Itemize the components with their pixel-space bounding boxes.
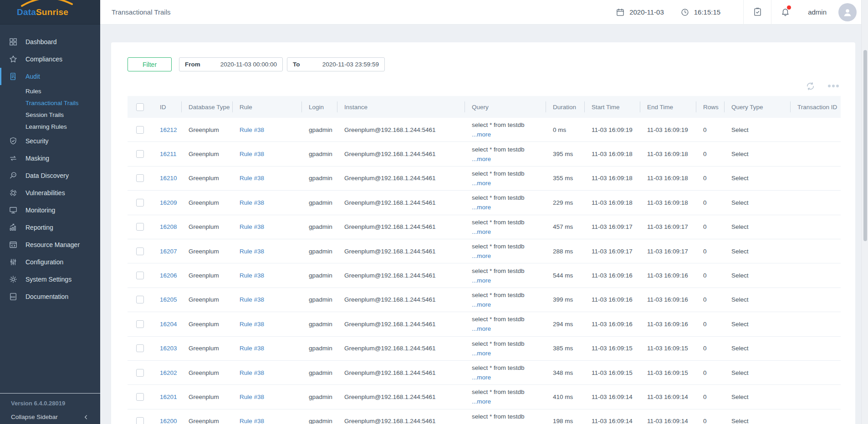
trail-id-link[interactable]: 16209 [160, 199, 177, 206]
trail-id-link[interactable]: 16206 [160, 272, 177, 279]
query-more-link[interactable]: ...more [472, 349, 491, 357]
column-header-transaction-id[interactable]: Transaction ID [790, 96, 841, 118]
tasks-button[interactable] [744, 0, 771, 25]
sidebar-item-documentation[interactable]: DOC Documentation [0, 288, 100, 305]
query-more-link[interactable]: ...more [472, 252, 491, 260]
sidebar-item-monitoring[interactable]: Monitoring [0, 202, 100, 219]
rule-link[interactable]: Rule #38 [240, 272, 264, 279]
trail-id-link[interactable]: 16204 [160, 321, 177, 328]
select-all-checkbox[interactable] [136, 103, 144, 111]
column-header-end-time[interactable]: End Time [640, 96, 696, 118]
column-header-rows[interactable]: Rows [696, 96, 724, 118]
rule-link[interactable]: Rule #38 [240, 223, 264, 230]
sidebar-item-dashboard[interactable]: Dashboard [0, 33, 100, 50]
row-checkbox[interactable] [136, 174, 144, 182]
more-actions-button[interactable] [827, 84, 840, 88]
rule-link[interactable]: Rule #38 [240, 175, 264, 182]
sidebar-item-security[interactable]: Security [0, 132, 100, 150]
rule-link[interactable]: Rule #38 [240, 321, 264, 328]
query-more-link[interactable]: ...more [472, 398, 491, 405]
row-checkbox[interactable] [136, 199, 144, 207]
sidebar-item-compliances[interactable]: Compliances [0, 50, 100, 68]
sidebar-item-reporting[interactable]: Reporting [0, 219, 100, 236]
trail-id-link[interactable]: 16212 [160, 126, 177, 133]
row-checkbox[interactable] [136, 369, 144, 377]
trail-id-link[interactable]: 16202 [160, 369, 177, 376]
query-more-link[interactable]: ...more [472, 131, 491, 138]
brand-logo[interactable]: DataSunrise [0, 0, 100, 25]
sidebar-item-transactional-trails[interactable]: Transactional Trails [0, 97, 100, 109]
sidebar-item-masking[interactable]: Masking [0, 150, 100, 167]
query-more-link[interactable]: ...more [472, 301, 491, 308]
rows-cell: 0 [696, 167, 724, 190]
column-header-database-type[interactable]: Database Type [181, 96, 232, 118]
row-checkbox[interactable] [136, 272, 144, 279]
row-checkbox[interactable] [136, 223, 144, 231]
trail-id-link[interactable]: 16201 [160, 394, 177, 400]
trail-id-link[interactable]: 16208 [160, 223, 177, 230]
rule-link[interactable]: Rule #38 [240, 248, 264, 255]
row-checkbox[interactable] [136, 247, 144, 255]
sidebar-item-vulnerabilities[interactable]: Vulnerabilities [0, 184, 100, 202]
rule-link[interactable]: Rule #38 [240, 126, 264, 133]
trail-id-link[interactable]: 16207 [160, 248, 177, 255]
shield-check-icon [8, 136, 18, 146]
sidebar-item-rules[interactable]: Rules [0, 85, 100, 97]
refresh-button[interactable] [805, 81, 816, 92]
column-header-query[interactable]: Query [465, 96, 546, 118]
query-cell: select * from testdb ...more [465, 263, 546, 287]
column-header-rule[interactable]: Rule [232, 96, 301, 118]
filter-button[interactable]: Filter [128, 57, 172, 71]
sidebar-item-resource-manager[interactable]: Resource Manager [0, 236, 100, 253]
column-header-instance[interactable]: Instance [337, 96, 465, 118]
row-checkbox[interactable] [136, 344, 144, 352]
rule-link[interactable]: Rule #38 [240, 394, 264, 400]
avatar[interactable] [838, 3, 857, 21]
scrollbar-thumb[interactable] [863, 50, 867, 241]
trail-id-link[interactable]: 16203 [160, 345, 177, 352]
rule-link[interactable]: Rule #38 [240, 345, 264, 352]
row-checkbox[interactable] [136, 320, 144, 328]
query-more-link[interactable]: ...more [472, 179, 491, 187]
query-more-link[interactable]: ...more [472, 325, 491, 333]
trail-id-link[interactable]: 16200 [160, 418, 177, 424]
row-checkbox[interactable] [136, 417, 144, 424]
rule-link[interactable]: Rule #38 [240, 151, 264, 157]
start-time-cell: 11-03 16:09:17 [584, 215, 640, 239]
sidebar-item-configuration[interactable]: Configuration [0, 253, 100, 271]
sidebar-item-data-discovery[interactable]: Data Discovery [0, 167, 100, 184]
sidebar-item-learning-rules[interactable]: Learning Rules [0, 121, 100, 132]
trail-id-link[interactable]: 16211 [160, 151, 177, 157]
collapse-sidebar-button[interactable]: Collapse Sidebar [11, 414, 89, 420]
rule-link[interactable]: Rule #38 [240, 369, 264, 376]
sidebar-item-audit[interactable]: Audit [0, 68, 100, 85]
query-more-link[interactable]: ...more [472, 277, 491, 284]
from-datetime-field[interactable]: From 2020-11-03 00:00:00 [179, 57, 283, 71]
row-checkbox[interactable] [136, 126, 144, 134]
user-menu[interactable]: admin [808, 3, 857, 21]
query-more-link[interactable]: ...more [472, 155, 491, 163]
query-more-link[interactable]: ...more [472, 228, 491, 236]
query-more-link[interactable]: ...more [472, 422, 491, 424]
row-checkbox[interactable] [136, 296, 144, 303]
sidebar-item-system-settings[interactable]: System Settings [0, 271, 100, 288]
rule-link[interactable]: Rule #38 [240, 418, 264, 424]
column-header-start-time[interactable]: Start Time [584, 96, 640, 118]
rule-link[interactable]: Rule #38 [240, 296, 264, 303]
notifications-button[interactable] [771, 0, 799, 25]
column-header-login[interactable]: Login [301, 96, 337, 118]
query-more-link[interactable]: ...more [472, 374, 491, 381]
row-checkbox[interactable] [136, 393, 144, 401]
sidebar-item-session-trails[interactable]: Session Trails [0, 109, 100, 121]
column-header-query-type[interactable]: Query Type [724, 96, 790, 118]
to-datetime-field[interactable]: To 2020-11-03 23:59:59 [287, 57, 385, 71]
rule-link[interactable]: Rule #38 [240, 199, 264, 206]
query-more-link[interactable]: ...more [472, 203, 491, 211]
trail-id-link[interactable]: 16210 [160, 175, 177, 182]
column-header-id[interactable]: ID [153, 96, 181, 118]
database-type-cell: Greenplum [181, 312, 232, 336]
column-header-duration[interactable]: Duration [546, 96, 584, 118]
trail-id-link[interactable]: 16205 [160, 296, 177, 303]
end-time-cell: 11-03 16:09:16 [640, 263, 696, 287]
row-checkbox[interactable] [136, 150, 144, 158]
